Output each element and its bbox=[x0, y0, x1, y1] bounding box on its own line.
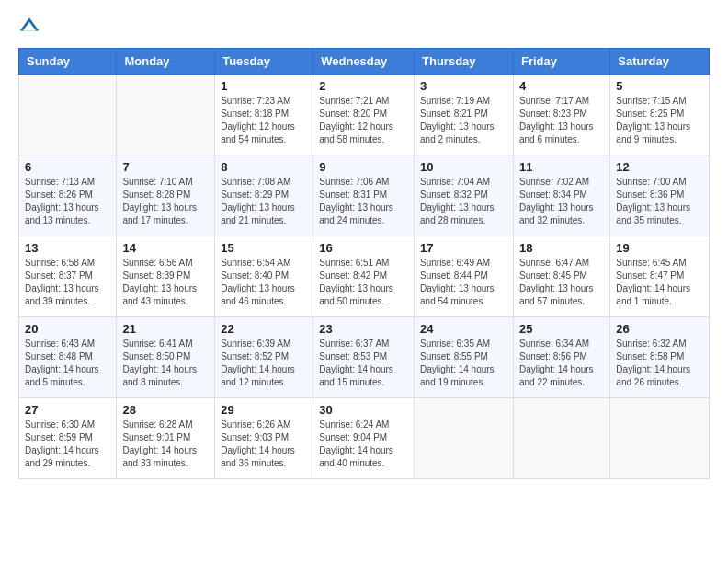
day-info: Sunrise: 7:21 AM Sunset: 8:20 PM Dayligh… bbox=[319, 95, 408, 146]
day-number: 3 bbox=[420, 79, 507, 93]
day-number: 9 bbox=[319, 160, 408, 174]
day-info: Sunrise: 6:35 AM Sunset: 8:55 PM Dayligh… bbox=[420, 338, 507, 389]
day-info: Sunrise: 6:49 AM Sunset: 8:44 PM Dayligh… bbox=[420, 257, 507, 308]
day-number: 17 bbox=[420, 241, 507, 255]
day-info: Sunrise: 6:37 AM Sunset: 8:53 PM Dayligh… bbox=[319, 338, 408, 389]
day-info: Sunrise: 6:45 AM Sunset: 8:47 PM Dayligh… bbox=[616, 257, 703, 308]
day-info: Sunrise: 7:04 AM Sunset: 8:32 PM Dayligh… bbox=[420, 176, 507, 227]
logo-icon bbox=[18, 15, 40, 37]
day-info: Sunrise: 6:41 AM Sunset: 8:50 PM Dayligh… bbox=[122, 338, 209, 389]
day-number: 25 bbox=[519, 322, 604, 336]
day-number: 28 bbox=[122, 403, 209, 417]
header bbox=[18, 15, 710, 37]
day-info: Sunrise: 6:26 AM Sunset: 9:03 PM Dayligh… bbox=[221, 419, 307, 470]
day-info: Sunrise: 6:54 AM Sunset: 8:40 PM Dayligh… bbox=[221, 257, 307, 308]
calendar-week-row: 13Sunrise: 6:58 AM Sunset: 8:37 PM Dayli… bbox=[19, 236, 710, 317]
calendar-cell: 29Sunrise: 6:26 AM Sunset: 9:03 PM Dayli… bbox=[215, 398, 313, 479]
day-number: 14 bbox=[122, 241, 209, 255]
day-number: 30 bbox=[319, 403, 408, 417]
day-number: 15 bbox=[221, 241, 307, 255]
day-number: 27 bbox=[25, 403, 110, 417]
calendar-cell bbox=[610, 398, 710, 479]
calendar-week-row: 6Sunrise: 7:13 AM Sunset: 8:26 PM Daylig… bbox=[19, 155, 710, 236]
calendar-cell: 13Sunrise: 6:58 AM Sunset: 8:37 PM Dayli… bbox=[19, 236, 117, 317]
day-info: Sunrise: 6:56 AM Sunset: 8:39 PM Dayligh… bbox=[122, 257, 209, 308]
day-number: 24 bbox=[420, 322, 507, 336]
weekday-header-sunday: Sunday bbox=[19, 49, 117, 75]
day-info: Sunrise: 6:58 AM Sunset: 8:37 PM Dayligh… bbox=[25, 257, 110, 308]
calendar-cell: 19Sunrise: 6:45 AM Sunset: 8:47 PM Dayli… bbox=[610, 236, 710, 317]
weekday-header-wednesday: Wednesday bbox=[313, 49, 415, 75]
logo bbox=[18, 15, 44, 37]
calendar-cell: 3Sunrise: 7:19 AM Sunset: 8:21 PM Daylig… bbox=[415, 75, 514, 155]
calendar-cell: 28Sunrise: 6:28 AM Sunset: 9:01 PM Dayli… bbox=[117, 398, 215, 479]
calendar-cell: 14Sunrise: 6:56 AM Sunset: 8:39 PM Dayli… bbox=[117, 236, 215, 317]
calendar-cell: 26Sunrise: 6:32 AM Sunset: 8:58 PM Dayli… bbox=[610, 317, 710, 398]
calendar-cell: 2Sunrise: 7:21 AM Sunset: 8:20 PM Daylig… bbox=[313, 75, 415, 155]
calendar-cell: 6Sunrise: 7:13 AM Sunset: 8:26 PM Daylig… bbox=[19, 155, 117, 236]
day-info: Sunrise: 7:15 AM Sunset: 8:25 PM Dayligh… bbox=[616, 95, 703, 146]
calendar-week-row: 27Sunrise: 6:30 AM Sunset: 8:59 PM Dayli… bbox=[19, 398, 710, 479]
day-info: Sunrise: 6:30 AM Sunset: 8:59 PM Dayligh… bbox=[25, 419, 110, 470]
day-number: 21 bbox=[122, 322, 209, 336]
day-info: Sunrise: 7:23 AM Sunset: 8:18 PM Dayligh… bbox=[221, 95, 307, 146]
calendar-cell: 9Sunrise: 7:06 AM Sunset: 8:31 PM Daylig… bbox=[313, 155, 415, 236]
day-number: 4 bbox=[519, 79, 604, 93]
page: SundayMondayTuesdayWednesdayThursdayFrid… bbox=[0, 0, 728, 563]
calendar-cell: 30Sunrise: 6:24 AM Sunset: 9:04 PM Dayli… bbox=[313, 398, 415, 479]
day-number: 23 bbox=[319, 322, 408, 336]
day-info: Sunrise: 6:24 AM Sunset: 9:04 PM Dayligh… bbox=[319, 419, 408, 470]
calendar-cell: 4Sunrise: 7:17 AM Sunset: 8:23 PM Daylig… bbox=[513, 75, 609, 155]
day-info: Sunrise: 7:06 AM Sunset: 8:31 PM Dayligh… bbox=[319, 176, 408, 227]
calendar-cell bbox=[19, 75, 117, 155]
calendar-cell: 5Sunrise: 7:15 AM Sunset: 8:25 PM Daylig… bbox=[610, 75, 710, 155]
day-number: 12 bbox=[616, 160, 703, 174]
day-number: 6 bbox=[25, 160, 110, 174]
day-info: Sunrise: 6:34 AM Sunset: 8:56 PM Dayligh… bbox=[519, 338, 604, 389]
weekday-header-monday: Monday bbox=[117, 49, 215, 75]
day-info: Sunrise: 6:28 AM Sunset: 9:01 PM Dayligh… bbox=[122, 419, 209, 470]
day-number: 20 bbox=[25, 322, 110, 336]
calendar-cell: 7Sunrise: 7:10 AM Sunset: 8:28 PM Daylig… bbox=[117, 155, 215, 236]
day-info: Sunrise: 7:19 AM Sunset: 8:21 PM Dayligh… bbox=[420, 95, 507, 146]
calendar-cell: 1Sunrise: 7:23 AM Sunset: 8:18 PM Daylig… bbox=[215, 75, 313, 155]
calendar-cell bbox=[513, 398, 609, 479]
calendar-cell: 25Sunrise: 6:34 AM Sunset: 8:56 PM Dayli… bbox=[513, 317, 609, 398]
calendar-cell: 16Sunrise: 6:51 AM Sunset: 8:42 PM Dayli… bbox=[313, 236, 415, 317]
day-info: Sunrise: 6:51 AM Sunset: 8:42 PM Dayligh… bbox=[319, 257, 408, 308]
day-info: Sunrise: 7:00 AM Sunset: 8:36 PM Dayligh… bbox=[616, 176, 703, 227]
weekday-header-row: SundayMondayTuesdayWednesdayThursdayFrid… bbox=[19, 49, 710, 75]
weekday-header-saturday: Saturday bbox=[610, 49, 710, 75]
day-number: 11 bbox=[519, 160, 604, 174]
calendar-cell: 15Sunrise: 6:54 AM Sunset: 8:40 PM Dayli… bbox=[215, 236, 313, 317]
calendar-cell: 17Sunrise: 6:49 AM Sunset: 8:44 PM Dayli… bbox=[415, 236, 514, 317]
calendar-cell bbox=[415, 398, 514, 479]
day-info: Sunrise: 7:08 AM Sunset: 8:29 PM Dayligh… bbox=[221, 176, 307, 227]
day-info: Sunrise: 7:10 AM Sunset: 8:28 PM Dayligh… bbox=[122, 176, 209, 227]
day-number: 26 bbox=[616, 322, 703, 336]
calendar-cell: 23Sunrise: 6:37 AM Sunset: 8:53 PM Dayli… bbox=[313, 317, 415, 398]
day-number: 18 bbox=[519, 241, 604, 255]
calendar-cell: 21Sunrise: 6:41 AM Sunset: 8:50 PM Dayli… bbox=[117, 317, 215, 398]
day-number: 7 bbox=[122, 160, 209, 174]
day-info: Sunrise: 7:17 AM Sunset: 8:23 PM Dayligh… bbox=[519, 95, 604, 146]
day-number: 22 bbox=[221, 322, 307, 336]
calendar-cell: 20Sunrise: 6:43 AM Sunset: 8:48 PM Dayli… bbox=[19, 317, 117, 398]
calendar-cell: 18Sunrise: 6:47 AM Sunset: 8:45 PM Dayli… bbox=[513, 236, 609, 317]
day-info: Sunrise: 7:13 AM Sunset: 8:26 PM Dayligh… bbox=[25, 176, 110, 227]
day-number: 19 bbox=[616, 241, 703, 255]
calendar-cell bbox=[117, 75, 215, 155]
calendar-cell: 11Sunrise: 7:02 AM Sunset: 8:34 PM Dayli… bbox=[513, 155, 609, 236]
weekday-header-thursday: Thursday bbox=[415, 49, 514, 75]
weekday-header-tuesday: Tuesday bbox=[215, 49, 313, 75]
day-number: 13 bbox=[25, 241, 110, 255]
day-info: Sunrise: 6:32 AM Sunset: 8:58 PM Dayligh… bbox=[616, 338, 703, 389]
day-number: 5 bbox=[616, 79, 703, 93]
calendar: SundayMondayTuesdayWednesdayThursdayFrid… bbox=[18, 48, 710, 479]
day-info: Sunrise: 7:02 AM Sunset: 8:34 PM Dayligh… bbox=[519, 176, 604, 227]
calendar-week-row: 1Sunrise: 7:23 AM Sunset: 8:18 PM Daylig… bbox=[19, 75, 710, 155]
day-number: 16 bbox=[319, 241, 408, 255]
day-number: 8 bbox=[221, 160, 307, 174]
weekday-header-friday: Friday bbox=[513, 49, 609, 75]
calendar-cell: 10Sunrise: 7:04 AM Sunset: 8:32 PM Dayli… bbox=[415, 155, 514, 236]
